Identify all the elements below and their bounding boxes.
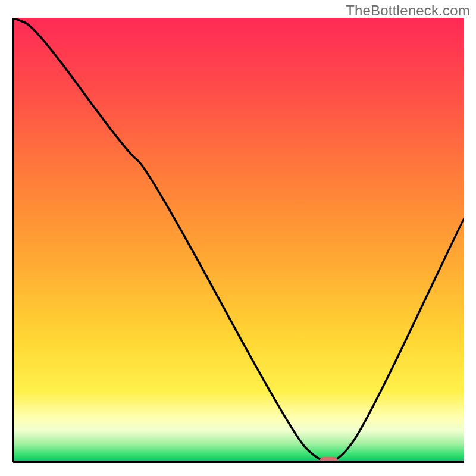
chart-container: { "watermark": "TheBottleneck.com", "cha…: [0, 0, 476, 476]
bottleneck-chart: [0, 0, 476, 476]
plot-background: [13, 18, 464, 462]
watermark-text: TheBottleneck.com: [346, 2, 470, 19]
